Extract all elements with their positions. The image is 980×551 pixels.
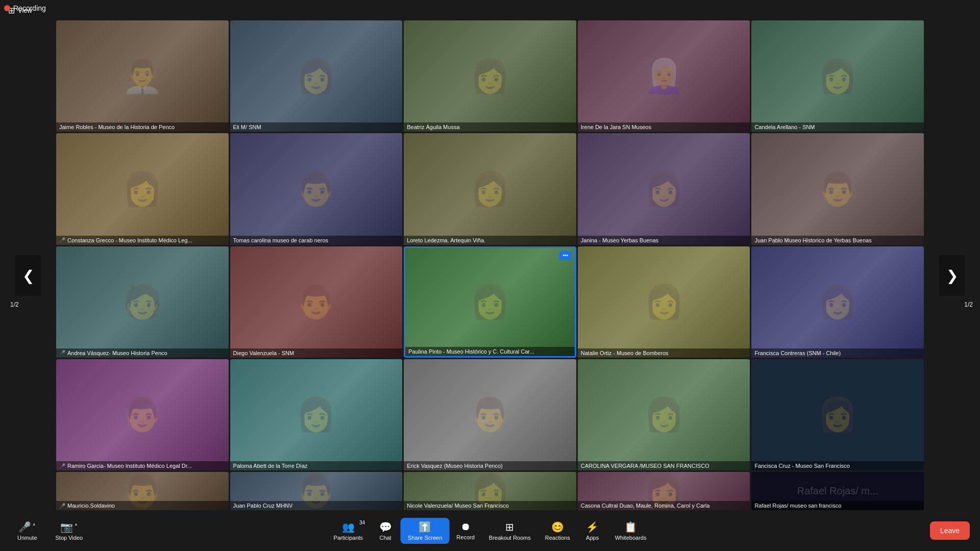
participant-name: Janina - Museo Yerbas Buenas [581,237,658,243]
participant-name: Nicole Valenzuela/ Museo San Francisco [407,503,509,509]
video-tile[interactable]: 👩Paloma Abett de la Torre Díaz [230,359,403,470]
participant-name: Natalie Ortiz - Museo de Bomberos [581,350,669,356]
participant-avatar: 👩 [578,359,750,470]
participant-avatar: 👩 [751,246,924,358]
leave-button[interactable]: Leave [930,521,970,540]
video-tile[interactable]: 👩Francisca Contreras (SNM - Chile) [751,246,924,358]
name-only-text: Rafael Rojas/ m... [792,480,884,502]
participant-name: CAROLINA VERGARA /MUSEO SAN FRANCISCO [581,463,709,469]
share-screen-label: Share Screen [408,535,442,541]
participant-name: Ramiro Garcia- Museo Instituto Médico Le… [67,463,192,469]
participant-avatar: 👩 [405,248,575,356]
tile-label: Janina - Museo Yerbas Buenas [578,236,750,245]
participants-icon: 👥 [342,521,355,533]
apps-button[interactable]: ⚡ Apps [577,518,608,544]
video-tile[interactable]: 👩Casona Cultral Duao, Maule, Romina, Car… [578,472,750,510]
video-tile[interactable]: 👩🎤Constanza Grecco - Museo Instituto Méd… [56,133,229,244]
participant-avatar: 👩 [230,359,403,470]
stop-video-button[interactable]: 📷 ▲ Stop Video [48,518,90,544]
tile-label: Paulina Pinto - Museo Histórico y C. Cul… [405,347,575,356]
stop-video-label: Stop Video [56,535,83,541]
breakout-rooms-button[interactable]: ⊞ Breakout Rooms [482,518,538,544]
participant-name: Constanza Grecco - Museo Instituto Médic… [67,237,192,243]
video-tile[interactable]: 👩Nicole Valenzuela/ Museo San Francisco [404,472,576,510]
chat-button[interactable]: 💬 Chat [370,518,401,544]
video-tile[interactable]: 👩Janina - Museo Yerbas Buenas [578,133,750,244]
video-tile[interactable]: 👩CAROLINA VERGARA /MUSEO SAN FRANCISCO [578,359,750,470]
nav-left-arrow[interactable]: ❮ [15,255,41,296]
toolbar-left: 🎤 ▲ Unmute 📷 ▲ Stop Video [10,518,90,544]
video-tile[interactable]: 👨Erick Vasquez (Museo Historia Penco) [404,359,576,470]
video-tile[interactable]: 👩Loreto Ledezma. Artequin Viña. [404,133,576,244]
video-tile[interactable]: 👨Juan Pablo Cruz MHNV [230,472,403,510]
reactions-button[interactable]: 😊 Reactions [538,518,577,544]
whiteboards-icon: 📋 [624,521,637,533]
video-tile[interactable]: 👩Beatriz Águila Mussa [404,20,576,132]
participant-name: Diego Valenzuela - SNM [233,350,295,356]
chat-icon: 💬 [379,521,392,533]
tile-label: Casona Cultral Duao, Maule, Romina, Caro… [578,501,750,510]
share-screen-button[interactable]: ⬆️ Share Screen [401,518,449,544]
tile-label: Eli M/ SNM [230,122,403,132]
participant-name: Francisca Contreras (SNM - Chile) [754,350,841,356]
whiteboards-button[interactable]: 📋 Whiteboards [608,518,654,544]
participant-name: Casona Cultral Duao, Maule, Romina, Caro… [581,503,710,509]
record-button[interactable]: ⏺ Record [449,518,481,543]
participant-avatar: 👨 [230,246,403,358]
participant-name: Paloma Abett de la Torre Díaz [233,463,308,469]
video-tile[interactable]: 👨Diego Valenzuela - SNM [230,246,403,358]
nav-right-arrow[interactable]: ❯ [939,255,965,296]
video-tile[interactable]: 👩Eli M/ SNM [230,20,403,132]
participant-avatar: 👨‍💼 [56,20,229,132]
participant-avatar: 👩 [751,359,924,470]
tile-label: Nicole Valenzuela/ Museo San Francisco [404,501,576,510]
participant-avatar: 👨 [404,359,576,470]
unmute-button[interactable]: 🎤 ▲ Unmute [10,518,44,544]
tile-label: CAROLINA VERGARA /MUSEO SAN FRANCISCO [578,461,750,470]
participant-name: Paulina Pinto - Museo Histórico y C. Cul… [408,348,534,355]
chat-label: Chat [379,535,391,541]
record-icon: ⏺ [460,521,471,533]
participant-name: Juan Pablo Museo Historico de Yerbas Bue… [754,237,871,243]
tile-label: Juan Pablo Museo Historico de Yerbas Bue… [751,236,924,245]
participant-name: Tomas carolina museo de carab neros [233,237,328,243]
video-tile[interactable]: 👨Juan Pablo Museo Historico de Yerbas Bu… [751,133,924,244]
video-tile[interactable]: 👨🎤Ramiro Garcia- Museo Instituto Médico … [56,359,229,470]
video-tile[interactable]: 🧑🎤Andrea Vásquez- Museo Historia Penco [56,246,229,358]
participant-avatar: 👨 [230,133,403,244]
top-bar: Recording ⊞ View [0,0,980,20]
video-tile[interactable]: 👨Tomas carolina museo de carab neros [230,133,403,244]
video-tile[interactable]: 👩•••Paulina Pinto - Museo Histórico y C.… [404,246,576,358]
video-tile[interactable]: 👨🎤Mauricio.Soldavino [56,472,229,510]
tile-label: 🎤Mauricio.Soldavino [56,501,229,510]
participants-button[interactable]: 👥 34 Participants [327,518,370,544]
more-options-bubble[interactable]: ••• [559,251,572,260]
tile-label: Loreto Ledezma. Artequin Viña. [404,236,576,245]
participant-avatar: 👩 [230,20,403,132]
tile-label: Fancisca Cruz - Museo San Francisco [751,461,924,470]
video-tile[interactable]: Rafael Rojas/ m...Rafael Rojas/ museo sa… [751,472,924,510]
participant-name: Candela Arellano - SNM [754,124,815,130]
bottom-toolbar: 🎤 ▲ Unmute 📷 ▲ Stop Video 👥 34 Participa… [0,510,980,551]
video-grid: 👨‍💼Jaime Robles - Museo de la Historia d… [56,20,924,510]
recording-indicator: Recording [4,4,46,12]
reactions-icon: 😊 [551,521,564,533]
participant-count: 34 [359,520,365,525]
participant-name: Beatriz Águila Mussa [407,124,459,130]
share-screen-icon: ⬆️ [419,521,431,533]
video-tile[interactable]: 👩‍🦳Irene De la Jara SN Museos [578,20,750,132]
video-tile[interactable]: 👩Natalie Ortiz - Museo de Bomberos [578,246,750,358]
participant-avatar: 👩 [578,246,750,358]
video-tile[interactable]: 👩Candela Arellano - SNM [751,20,924,132]
participant-avatar: 🧑 [56,246,229,358]
breakout-icon: ⊞ [505,521,514,533]
toolbar-center: 👥 34 Participants 💬 Chat ⬆️ Share Screen… [327,518,654,544]
participant-name: Eli M/ SNM [233,124,261,130]
video-tile[interactable]: 👨‍💼Jaime Robles - Museo de la Historia d… [56,20,229,132]
tile-label: Diego Valenzuela - SNM [230,348,403,358]
video-tile[interactable]: 👩Fancisca Cruz - Museo San Francisco [751,359,924,470]
unmute-icon: 🎤 [18,521,31,533]
tile-label: Erick Vasquez (Museo Historia Penco) [404,461,576,470]
page-right-indicator: 1/2 [964,301,973,308]
participant-avatar: 👩 [56,133,229,244]
